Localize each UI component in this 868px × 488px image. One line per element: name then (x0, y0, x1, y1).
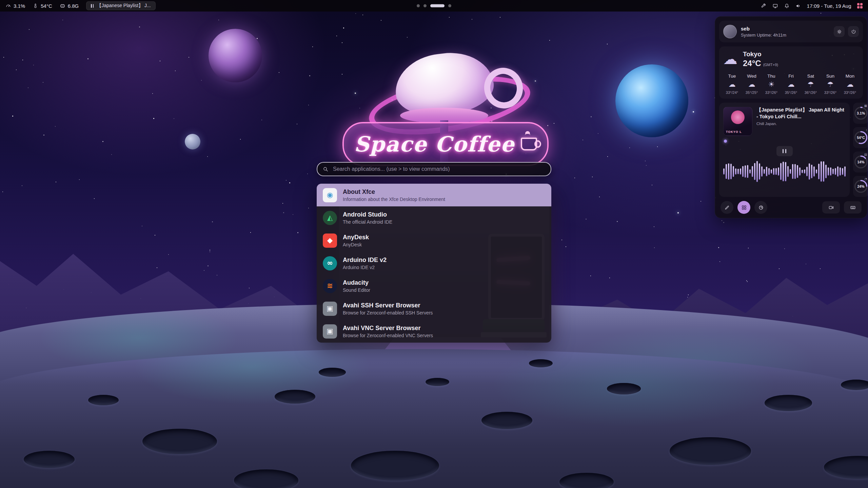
purple-planet (209, 29, 262, 82)
search-input[interactable] (332, 166, 545, 172)
forecast-weather-icon: ☁ (748, 81, 755, 88)
workspace-dot[interactable] (448, 4, 451, 7)
system-gauge: 54°C ≀ (853, 127, 868, 148)
app-name: AnyDesk (343, 234, 369, 241)
tools-icon[interactable] (761, 3, 767, 9)
media-subtitle: Chill Japan. (756, 122, 846, 126)
temperature-indicator[interactable]: 54°C (33, 3, 52, 9)
forecast-temps: 36°/26° (805, 90, 817, 95)
gauge-value: 14% (857, 160, 864, 164)
system-gauge: 24% ◔ (853, 176, 868, 197)
app-description: Browse for Zeroconf-enabled VNC Servers (343, 333, 433, 338)
forecast-weather-icon: ☀ (768, 81, 775, 88)
forecast-weather-icon: ☁ (729, 81, 736, 88)
album-art-label: TOKYO L (726, 130, 742, 134)
volume-icon[interactable] (795, 3, 801, 9)
keyboard-icon (850, 205, 856, 210)
app-description: Arduino IDE v2 (343, 265, 387, 270)
workspace-dot-active[interactable] (430, 4, 445, 7)
album-art[interactable]: TOKYO L (723, 107, 752, 136)
forecast-weather-icon: ☂ (808, 81, 814, 88)
launcher-result[interactable]: ≋ Audacity Sound Editor (317, 274, 551, 297)
app-icon: ◭ (323, 211, 337, 225)
user-card: seb System Uptime: 4h11m (719, 21, 863, 42)
power-button[interactable] (848, 26, 859, 37)
forecast-day-label: Tue (728, 74, 736, 79)
app-icon: ▣ (323, 302, 337, 316)
forecast-day: Wed ☁ 35°/25° (743, 74, 761, 95)
gauge-value: 3.1% (857, 111, 865, 115)
palette-icon (758, 205, 764, 210)
launcher-result[interactable]: ◉ About Xfce Information about the Xfce … (317, 184, 551, 206)
progress-dot[interactable] (724, 140, 727, 143)
gauge-icon: ≀ (866, 128, 867, 132)
memory-indicator[interactable]: 6.8G (60, 3, 79, 9)
launcher-result[interactable]: ∞ Arduino IDE v2 Arduino IDE v2 (317, 252, 551, 274)
app-description: Information about the Xfce Desktop Envir… (343, 197, 445, 202)
workspace-dot[interactable] (417, 4, 420, 7)
topbar-media-widget[interactable]: 【Japanese Playlist】 J... (86, 1, 156, 10)
keyboard-button[interactable] (844, 201, 862, 214)
top-panel: 3.1% 54°C 6.8G 【Japanese Playlist】 J... … (0, 0, 868, 12)
launcher-result[interactable]: ◭ Android Studio The official Android ID… (317, 206, 551, 229)
app-icon: ◆ (323, 233, 337, 248)
pen-button[interactable] (721, 201, 733, 214)
forecast-day: Mon ☁ 33°/26° (841, 74, 859, 95)
app-name: Avahi SSH Server Browser (343, 302, 433, 309)
application-launcher: ◉ About Xfce Information about the Xfce … (317, 162, 551, 343)
system-uptime: System Uptime: 4h11m (741, 33, 786, 38)
palette-button[interactable] (754, 201, 767, 214)
forecast-day: Thu ☀ 33°/26° (763, 74, 780, 95)
pause-button[interactable] (776, 146, 793, 156)
audio-waveform (723, 160, 846, 183)
forecast-day: Fri ☁ 35°/26° (782, 74, 800, 95)
apps-grid-icon[interactable] (857, 3, 863, 9)
launcher-result[interactable]: ▣ Avahi VNC Server Browser Browse for Ze… (317, 320, 551, 343)
cpu-meter-icon (5, 3, 11, 9)
widget-sidebar: seb System Uptime: 4h11m ☁ Tokyo 24°C (G… (715, 16, 867, 218)
memory-value: 6.8G (68, 3, 79, 9)
workspace-dot[interactable] (423, 4, 427, 7)
screencast-button[interactable] (822, 201, 840, 214)
forecast-day-label: Mon (846, 74, 854, 79)
weather-timezone: (GMT+9) (763, 63, 778, 67)
coffee-cup-icon (521, 138, 537, 150)
avatar[interactable] (723, 25, 737, 38)
display-icon[interactable] (772, 3, 778, 9)
temperature-value: 54°C (41, 3, 52, 9)
media-title: 【Japanese Playlist】 Japan All Night - To… (756, 107, 846, 120)
launcher-results: ◉ About Xfce Information about the Xfce … (317, 184, 551, 343)
memory-icon (60, 3, 65, 9)
app-name: Arduino IDE v2 (343, 257, 387, 264)
pen-icon (724, 205, 730, 210)
cpu-value: 3.1% (14, 3, 25, 9)
forecast-temps: 35°/26° (785, 90, 797, 95)
neon-sign: Space Coffee (342, 122, 549, 166)
app-description: Browse for Zeroconf-enabled SSH Servers (343, 310, 433, 316)
workspace-indicator[interactable] (417, 4, 451, 7)
system-gauges: 3.1% ▦ 54°C ≀ 14% ▤ 24% ◔ (853, 103, 868, 197)
album-art-sun (731, 110, 745, 124)
forecast-weather-icon: ☁ (788, 81, 795, 88)
clock[interactable]: 17:09 - Tue, 19 Aug (807, 3, 851, 9)
apps-button[interactable] (737, 201, 750, 214)
media-progress-bar[interactable] (723, 139, 846, 143)
forecast-day-label: Fri (788, 74, 794, 79)
launcher-result[interactable]: ▣ Avahi SSH Server Browser Browse for Ze… (317, 297, 551, 320)
forecast-day-label: Wed (747, 74, 756, 79)
launcher-search-bar[interactable] (317, 162, 551, 176)
app-name: Android Studio (343, 211, 392, 218)
launcher-result[interactable]: ◆ AnyDesk AnyDesk (317, 229, 551, 252)
thermometer-icon (33, 3, 38, 9)
user-name: seb (741, 26, 786, 32)
settings-button[interactable] (834, 26, 845, 37)
forecast-weather-icon: ☂ (827, 81, 834, 88)
app-icon: ◉ (323, 188, 337, 202)
gauge-value: 24% (857, 184, 864, 188)
cpu-indicator[interactable]: 3.1% (5, 3, 25, 9)
quick-actions-row (719, 201, 863, 214)
forecast-day: Tue ☁ 33°/24° (723, 74, 741, 95)
app-name: Avahi VNC Server Browser (343, 325, 433, 332)
system-gauge: 14% ▤ (853, 151, 868, 172)
notifications-icon[interactable] (784, 3, 790, 9)
